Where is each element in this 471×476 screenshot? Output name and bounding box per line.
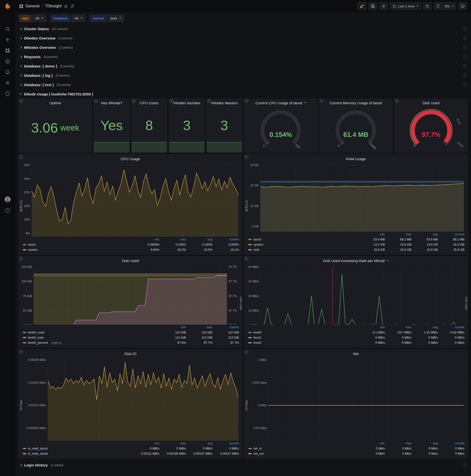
legend-series-name[interactable]: level0_total [23,336,43,339]
panel-info-icon[interactable]: i [244,99,249,103]
star-icon[interactable] [64,4,68,8]
panel-title[interactable]: VNodes Number [169,99,204,107]
ram-usage-chart[interactable]: 0 MB5 GB10 GB15 GB20 GB01:0001:0501:1001… [244,163,467,232]
panel-title[interactable]: Uptime [19,99,91,107]
panel-info-icon[interactable]: i [19,350,23,354]
breadcrumb-dashboard-title[interactable]: TDinsight [45,4,62,8]
explore-compass-icon[interactable] [5,59,10,64]
panel-info-icon[interactable]: i [19,99,23,103]
row-drag-handle[interactable] [463,54,467,59]
search-icon[interactable] [5,27,10,31]
row-database-demo[interactable]: Database: [ demo ](5 panels) [19,61,468,71]
legend-column-header[interactable]: max [159,238,186,241]
legend-column-header[interactable]: current [438,233,464,236]
refresh-button[interactable] [434,2,442,10]
alerting-bell-icon[interactable] [5,70,10,75]
legend-column-header[interactable]: min [159,326,186,329]
legend-column-header[interactable]: min [358,442,385,445]
row-mnodes-overview[interactable]: MNodes Overview(2 panels) [19,43,468,52]
panel-title[interactable]: Current Memory Usage of taosd [320,99,392,107]
add-panel-button[interactable] [357,2,367,10]
variable-database-value[interactable]: All [72,15,85,22]
legend-column-header[interactable]: max [385,442,411,445]
legend-column-header[interactable]: max [385,233,411,236]
panel-title[interactable]: Disk Used [19,257,242,265]
legend-column-header[interactable]: min [133,238,159,241]
legend-column-header[interactable]: current [212,442,239,445]
legend-column-header[interactable]: current [212,326,239,329]
cpu-usage-chart[interactable]: 0%5%10%15%20%25%30%01:0001:0501:1001:150… [19,163,242,237]
legend-column-header[interactable]: current [212,238,239,241]
panel-title[interactable]: Has MNode? [94,99,129,107]
create-plus-icon[interactable] [5,37,10,42]
row-dnode-usage[interactable]: DNode Usage [ huolinhe-TM1701:6030 ] [19,89,468,99]
legend-series-name[interactable]: net_out [248,452,264,455]
row-drag-handle[interactable] [463,27,467,31]
legend-series-name[interactable]: io_read_taosd [23,447,47,450]
panel-info-icon[interactable]: i [244,257,249,261]
panel-title[interactable]: RAM Usage [244,155,467,163]
panel-info-icon[interactable]: i [320,99,324,103]
row-drag-handle[interactable] [463,64,467,68]
legend-series-name[interactable]: io_write_taosd [23,452,48,455]
panel-title[interactable]: Disk Used Increasing Rate per Minute [244,257,467,265]
panel-title[interactable]: Net [244,350,467,357]
legend-column-header[interactable]: min [358,233,385,236]
legend-column-header[interactable]: current [438,326,464,329]
panel-title[interactable]: CPU Cores [132,99,167,107]
user-avatar[interactable] [4,196,11,203]
panel-info-icon[interactable]: i [19,257,23,261]
configuration-gear-icon[interactable] [5,81,10,85]
legend-series-name[interactable]: net_in [248,447,262,450]
row-requests[interactable]: Requests(4 panels) [19,52,468,61]
legend-series-name[interactable]: system [248,243,263,246]
panel-title[interactable]: VNodes Masters [207,99,242,107]
legend-column-header[interactable]: current [438,442,464,445]
row-drag-handle[interactable] [463,45,467,50]
row-drag-handle[interactable] [463,73,467,78]
row-dnodes-overview[interactable]: DNodes Overview(4 panels) [19,33,468,43]
disk-rate-chart[interactable]: -10 MB/s0 MB/s10 MB/s20 MB/s30 MB/s40 MB… [244,265,467,325]
panel-info-icon[interactable]: i [94,99,98,103]
legend-series-name[interactable]: total [248,248,259,252]
panel-info-icon[interactable]: i [19,155,23,159]
legend-column-header[interactable]: max [159,442,186,445]
legend-series-name[interactable]: level1 [248,336,262,339]
legend-column-header[interactable]: max [385,326,411,329]
panel-title[interactable]: Disk IO [19,350,242,357]
legend-series-name[interactable]: level0 [248,331,262,334]
legend-column-header[interactable]: avg [186,238,212,241]
legend-series-name[interactable]: level0_used [23,331,44,334]
panel-title[interactable]: Disk Used [395,99,467,107]
row-drag-handle[interactable] [463,83,467,87]
legend-column-header[interactable]: avg [411,233,438,236]
legend-column-header[interactable]: avg [186,442,212,445]
legend-column-header[interactable]: avg [411,326,438,329]
time-range-picker[interactable]: Last 1 hour [390,2,421,10]
cycle-view-mode-button[interactable] [458,2,467,10]
refresh-interval-picker[interactable]: 30s [442,2,456,10]
breadcrumb-folder[interactable]: General [26,4,39,8]
legend-series-name[interactable]: level2 [248,341,262,344]
row-login-history[interactable]: Login History(1 panel) [19,460,468,470]
row-database-test[interactable]: Database: [ test ](5 panels) [19,80,468,89]
legend-column-header[interactable]: min [133,442,159,445]
panel-info-icon[interactable]: i [132,99,136,103]
panel-info-icon[interactable]: i [244,350,249,354]
row-drag-handle[interactable] [463,36,467,40]
panel-info-icon[interactable]: i [207,99,211,103]
variable-fqdn-value[interactable]: All [32,15,46,22]
panel-info-icon[interactable]: i [244,155,249,159]
dashboards-icon[interactable] [5,48,10,53]
row-drag-handle[interactable] [463,463,467,467]
disk-io-chart[interactable]: 0 MB/s0.000500 MB/s0.00100 MB/s0.00150 M… [19,357,242,441]
dashboard-settings-button[interactable] [379,2,388,10]
panel-info-icon[interactable]: i [395,99,399,103]
grafana-logo-icon[interactable] [4,2,12,10]
legend-series-name[interactable]: taosd [23,243,35,246]
share-icon[interactable] [70,4,74,8]
variable-interval-value[interactable]: auto [107,15,124,22]
net-chart[interactable]: -1 Mb/s-0.50 Mb/s0 Mb/s0.500 Mb/s1 Mb/s0… [244,357,467,441]
server-admin-shield-icon[interactable] [5,91,10,96]
row-cluster-status[interactable]: Cluster Status(21 panels) [19,24,468,33]
